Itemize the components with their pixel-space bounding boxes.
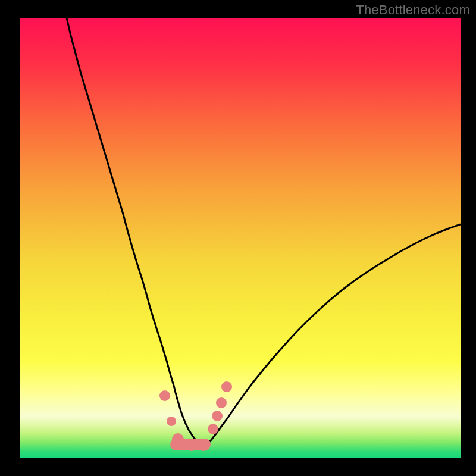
watermark-text: TheBottleneck.com [356,2,470,18]
data-marker [159,390,170,401]
plot-area [20,18,461,458]
data-marker [208,424,218,434]
data-marker [198,439,209,451]
data-marker [186,439,198,451]
gradient-background [20,18,461,458]
chart-frame: TheBottleneck.com [0,0,476,476]
data-marker [167,416,176,426]
data-marker [221,381,232,392]
data-marker [216,397,227,408]
data-marker [212,411,223,421]
data-marker [172,433,184,445]
chart-svg [20,18,461,458]
